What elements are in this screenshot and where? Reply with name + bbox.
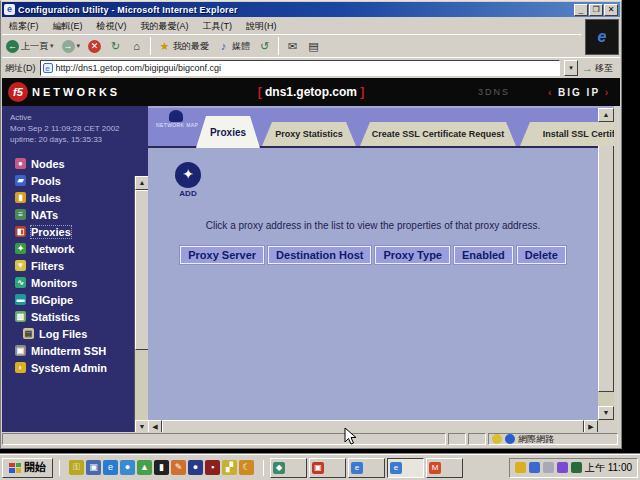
col-proxy-server[interactable]: Proxy Server	[180, 246, 264, 264]
sidebar-item-bigpipe[interactable]: ▬BIGpipe	[2, 291, 148, 308]
url-dropdown-button[interactable]: ▾	[564, 60, 578, 76]
frame-vertical-scrollbar[interactable]: ▲ ▼	[598, 108, 614, 420]
status-datetime: Mon Sep 2 11:09:28 CET 2002	[10, 123, 148, 134]
go-button[interactable]: → 移至	[582, 62, 617, 75]
status-message-pane	[2, 433, 446, 445]
sidebar-scrollbar[interactable]: ▲ ▼	[134, 176, 148, 434]
quick-launch-icon-5[interactable]: ▲	[137, 460, 152, 475]
sidebar-item-proxies[interactable]: ◧Proxies	[2, 223, 148, 240]
col-delete[interactable]: Delete	[517, 246, 566, 264]
col-enabled[interactable]: Enabled	[454, 246, 513, 264]
log-files-icon: ▤	[23, 328, 34, 339]
task-button-1[interactable]: ◆	[270, 458, 307, 478]
proxy-table-header-row: Proxy Server Destination Host Proxy Type…	[148, 246, 598, 264]
sidebar-item-pools[interactable]: ▰Pools	[2, 172, 148, 189]
network-icon: ✦	[15, 243, 26, 254]
col-destination-host[interactable]: Destination Host	[268, 246, 371, 264]
forward-dropdown-icon[interactable]: ▾	[77, 42, 81, 50]
frame-vscroll-thumb[interactable]	[598, 122, 614, 392]
tab-create-ssl-certificate-request[interactable]: Create SSL Certificate Request	[360, 122, 516, 146]
menu-help[interactable]: 說明(H)	[239, 19, 284, 34]
minimize-button[interactable]: _	[574, 4, 588, 16]
tab-install-ssl-certificate[interactable]: Install SSL Certifi	[520, 122, 614, 146]
proxies-panel: ✦ ADD Click a proxy address in the list …	[148, 148, 598, 420]
tray-icon-3[interactable]	[543, 462, 554, 473]
zone-label: 網際網路	[518, 433, 554, 446]
forward-button[interactable]: → ▾	[58, 38, 85, 55]
quick-launch-icon-3[interactable]: e	[103, 460, 118, 475]
quick-launch-icon-1[interactable]: ⚿	[69, 460, 84, 475]
refresh-icon: ↻	[109, 40, 122, 53]
sidebar-item-system-admin[interactable]: ◗System Admin	[2, 359, 148, 376]
history-button[interactable]: ↺	[254, 38, 275, 55]
media-label: 媒體	[232, 40, 250, 53]
quick-launch-icon-11[interactable]: ☾	[239, 460, 254, 475]
history-icon: ↺	[258, 40, 271, 53]
task-button-5[interactable]: M	[426, 458, 463, 478]
sidebar-scroll-thumb[interactable]	[135, 190, 149, 350]
add-proxy-button[interactable]: ✦ ADD	[168, 162, 208, 198]
bracket-left: [	[258, 85, 262, 99]
quick-launch-icon-10[interactable]: ▞	[222, 460, 237, 475]
menu-view[interactable]: 檢視(V)	[90, 19, 134, 34]
print-button[interactable]: ▤	[303, 38, 324, 55]
sidebar-item-mindterm-ssh[interactable]: ▣Mindterm SSH	[2, 342, 148, 359]
page-icon: e	[43, 63, 53, 73]
scroll-up-icon[interactable]: ▲	[598, 108, 614, 122]
refresh-button[interactable]: ↻	[105, 38, 126, 55]
task-button-4[interactable]: e	[387, 458, 424, 478]
back-dropdown-icon[interactable]: ▾	[50, 42, 54, 50]
sidebar-item-log-files[interactable]: ▤Log Files	[2, 325, 148, 342]
quick-launch-icon-4[interactable]: ●	[120, 460, 135, 475]
taskbar-separator	[59, 460, 60, 476]
bigpipe-icon: ▬	[15, 294, 26, 305]
mouse-cursor	[344, 427, 358, 447]
menu-tools[interactable]: 工具(T)	[196, 19, 240, 34]
tray-icon-5[interactable]	[571, 462, 582, 473]
tray-icon-2[interactable]	[529, 462, 540, 473]
col-proxy-type[interactable]: Proxy Type	[375, 246, 450, 264]
close-button[interactable]: ✕	[604, 4, 618, 16]
tray-icon-1[interactable]	[515, 462, 526, 473]
go-icon: →	[582, 62, 593, 74]
sidebar-item-statistics[interactable]: ▧Statistics	[2, 308, 148, 325]
mail-icon: ✉	[286, 40, 299, 53]
network-map-button[interactable]: NETWORK MAP	[156, 110, 196, 128]
home-button[interactable]: ⌂	[126, 38, 147, 55]
tray-icon-4[interactable]	[557, 462, 568, 473]
menu-favorites[interactable]: 我的最愛(A)	[134, 19, 196, 34]
task-button-3[interactable]: e	[348, 458, 385, 478]
menu-edit[interactable]: 編輯(E)	[46, 19, 90, 34]
mail-button[interactable]: ✉	[282, 38, 303, 55]
taskbar: 開始 ⚿ ▣ e ● ▲ ▮ ✎ ● ▪ ▞ ☾ ◆ ▣ e e M 上午 11…	[0, 454, 640, 480]
clock: 上午 11:00	[585, 461, 632, 475]
url-input[interactable]	[56, 63, 558, 73]
favorites-button[interactable]: ★ 我的最愛	[154, 38, 213, 55]
quick-launch-icon-7[interactable]: ✎	[171, 460, 186, 475]
sidebar-item-nats[interactable]: ≡NATs	[2, 206, 148, 223]
quick-launch-icon-2[interactable]: ▣	[86, 460, 101, 475]
media-button[interactable]: ♪ 媒體	[213, 38, 254, 55]
sidebar-item-monitors[interactable]: ∿Monitors	[2, 274, 148, 291]
scroll-up-icon[interactable]: ▲	[135, 176, 149, 190]
quick-launch-icon-6[interactable]: ▮	[154, 460, 169, 475]
start-button[interactable]: 開始	[2, 458, 53, 478]
navigation-toolbar: ← 上一頁 ▾ → ▾ ✕ ↻ ⌂ ★ 我的最愛 ♪ 媒體 ↺	[2, 34, 581, 57]
menu-file[interactable]: 檔案(F)	[2, 19, 46, 34]
tab-proxies[interactable]: Proxies	[196, 116, 260, 148]
hostname: dns1.getop.com	[265, 85, 357, 99]
task-button-2[interactable]: ▣	[309, 458, 346, 478]
sidebar-item-nodes[interactable]: ●Nodes	[2, 155, 148, 172]
quick-launch-icon-8[interactable]: ●	[188, 460, 203, 475]
sidebar-item-network[interactable]: ✦Network	[2, 240, 148, 257]
scroll-down-icon[interactable]: ▼	[598, 406, 614, 420]
statistics-icon: ▧	[15, 311, 26, 322]
maximize-button[interactable]: ❐	[589, 4, 603, 16]
back-button[interactable]: ← 上一頁 ▾	[2, 38, 58, 55]
quick-launch-icon-9[interactable]: ▪	[205, 460, 220, 475]
status-pane	[448, 433, 466, 445]
sidebar-item-filters[interactable]: ▼Filters	[2, 257, 148, 274]
tab-proxy-statistics[interactable]: Proxy Statistics	[262, 122, 356, 146]
sidebar-item-rules[interactable]: ▮Rules	[2, 189, 148, 206]
stop-button[interactable]: ✕	[84, 38, 105, 55]
